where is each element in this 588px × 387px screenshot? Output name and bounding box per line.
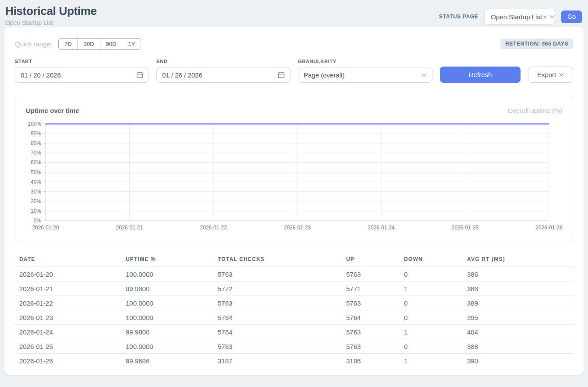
end-date-field: END 01 / 26 / 2026 <box>156 59 290 83</box>
column-header: AVG RT (MS) <box>463 253 573 267</box>
x-tick-label: 2026-01-21 <box>116 225 143 231</box>
table-cell: 386 <box>463 267 573 281</box>
y-tick-label: 90% <box>31 130 41 137</box>
table-cell: 404 <box>463 325 573 339</box>
go-button[interactable]: Go <box>561 11 582 23</box>
page-title: Historical Uptime <box>5 4 97 18</box>
export-button[interactable]: Export <box>528 67 573 83</box>
x-tick-label: 2026-01-25 <box>452 225 479 231</box>
table-row: 2026-01-22100.0000576357630389 <box>15 296 573 310</box>
y-tick-label: 70% <box>31 150 41 156</box>
end-date-value: 01 / 26 / 2026 <box>162 71 202 79</box>
table-cell: 100.0000 <box>121 296 213 310</box>
status-page-selected-value: Open Startup List <box>491 13 542 21</box>
x-tick-label: 2026-01-24 <box>368 225 395 231</box>
table-cell: 5763 <box>342 296 400 310</box>
main-card: Quick range: 7D30D90D1Y RETENTION: 365 D… <box>4 27 584 375</box>
granularity-select[interactable]: Page (overall) <box>298 67 432 83</box>
calendar-icon[interactable] <box>136 71 143 78</box>
table-cell: 100.0000 <box>121 267 213 281</box>
table-cell: 5771 <box>342 281 400 296</box>
table-cell: 395 <box>463 310 573 325</box>
quick-range-30d[interactable]: 30D <box>78 38 100 50</box>
table-cell: 2026-01-25 <box>15 339 121 354</box>
table-cell: 5764 <box>213 310 342 325</box>
x-tick-label: 2026-01-26 <box>535 225 563 231</box>
quick-range-7d[interactable]: 7D <box>58 38 78 50</box>
y-tick-label: 20% <box>31 198 41 204</box>
header-controls: STATUS PAGE Open Startup List × Go <box>439 4 582 25</box>
column-header: DOWN <box>400 253 463 267</box>
table-cell: 0 <box>400 339 463 354</box>
x-tick-label: 2026-01-22 <box>200 225 227 231</box>
quick-range-1y[interactable]: 1Y <box>122 38 141 50</box>
table-cell: 2026-01-21 <box>15 281 121 296</box>
y-tick-label: 50% <box>31 169 41 176</box>
table-header: DATEUPTIME %TOTAL CHECKSUPDOWNAVG RT (MS… <box>15 253 573 267</box>
chevron-down-icon <box>559 73 564 76</box>
table-row: 2026-01-25100.0000576357630388 <box>15 339 573 354</box>
table-cell: 390 <box>463 354 573 368</box>
y-tick-label: 0% <box>34 218 42 224</box>
table-cell: 5763 <box>342 325 400 339</box>
table-cell: 99.9686 <box>121 354 213 368</box>
status-page-select[interactable]: Open Startup List × <box>484 9 555 25</box>
table-cell: 5763 <box>342 339 400 354</box>
status-page-label: STATUS PAGE <box>439 14 478 20</box>
table-cell: 5763 <box>342 267 400 281</box>
table-cell: 0 <box>400 296 463 310</box>
table-cell: 5764 <box>342 310 400 325</box>
column-header: UP <box>342 253 400 267</box>
start-date-input[interactable]: 01 / 20 / 2026 <box>15 67 149 83</box>
table-cell: 5763 <box>213 339 342 354</box>
table-cell: 99.9800 <box>121 281 213 296</box>
quick-range-left: Quick range: 7D30D90D1Y <box>15 38 141 50</box>
start-date-field: START 01 / 20 / 2026 <box>15 59 149 83</box>
table-cell: 1 <box>400 325 463 339</box>
granularity-selected-value: Page (overall) <box>304 71 344 79</box>
clear-selection-icon[interactable]: × <box>543 13 547 21</box>
table-row: 2026-01-2699.9686318731861390 <box>15 354 573 368</box>
uptime-chart-card: Uptime over time Overall uptime (%) 0%10… <box>15 96 573 242</box>
chart-legend: Overall uptime (%) <box>508 107 562 114</box>
table-cell: 0 <box>400 310 463 325</box>
y-tick-label: 60% <box>31 159 41 165</box>
chart-title: Uptime over time <box>26 107 79 114</box>
title-block: Historical Uptime Open Startup List <box>5 4 97 26</box>
table-row: 2026-01-2199.9800577257711388 <box>15 281 573 296</box>
start-label: START <box>15 59 149 64</box>
table-cell: 3187 <box>213 354 342 368</box>
quick-range-group: 7D30D90D1Y <box>58 38 141 50</box>
table-cell: 100.0000 <box>121 310 213 325</box>
refresh-button[interactable]: Refresh <box>440 67 521 83</box>
filter-row: START 01 / 20 / 2026 END 01 / 26 / 2026 <box>15 59 573 83</box>
table-cell: 2026-01-23 <box>15 310 121 325</box>
granularity-field: GRANULARITY Page (overall) <box>298 59 432 83</box>
column-header: TOTAL CHECKS <box>213 253 342 267</box>
table-cell: 5772 <box>213 281 342 296</box>
table-cell: 1 <box>400 281 463 296</box>
table-cell: 100.0000 <box>121 339 213 354</box>
end-label: END <box>156 59 290 64</box>
quick-range-label: Quick range: <box>15 40 52 48</box>
table-cell: 388 <box>463 339 573 354</box>
x-tick-label: 2026-01-20 <box>32 225 59 231</box>
uptime-line-chart: 0%10%20%30%40%50%60%70%80%90%100%2026-01… <box>26 120 563 232</box>
calendar-icon[interactable] <box>278 71 285 78</box>
table-body: 2026-01-20100.00005763576303862026-01-21… <box>15 267 573 368</box>
x-tick-label: 2026-01-23 <box>284 225 311 231</box>
chevron-down-icon <box>422 73 427 77</box>
table-cell: 388 <box>463 281 573 296</box>
end-date-input[interactable]: 01 / 26 / 2026 <box>156 67 290 83</box>
export-button-label: Export <box>537 71 556 78</box>
table-row: 2026-01-20100.0000576357630386 <box>15 267 573 281</box>
quick-range-90d[interactable]: 90D <box>100 38 123 50</box>
table-cell: 5763 <box>213 267 342 281</box>
table-cell: 0 <box>400 267 463 281</box>
page-subtitle: Open Startup List <box>5 19 97 26</box>
column-header: DATE <box>15 253 121 267</box>
quick-range-row: Quick range: 7D30D90D1Y RETENTION: 365 D… <box>15 38 573 50</box>
table-row: 2026-01-2499.9800576457631404 <box>15 325 573 339</box>
chart-header: Uptime over time Overall uptime (%) <box>26 107 562 114</box>
page-header: Historical Uptime Open Startup List STAT… <box>0 0 588 27</box>
